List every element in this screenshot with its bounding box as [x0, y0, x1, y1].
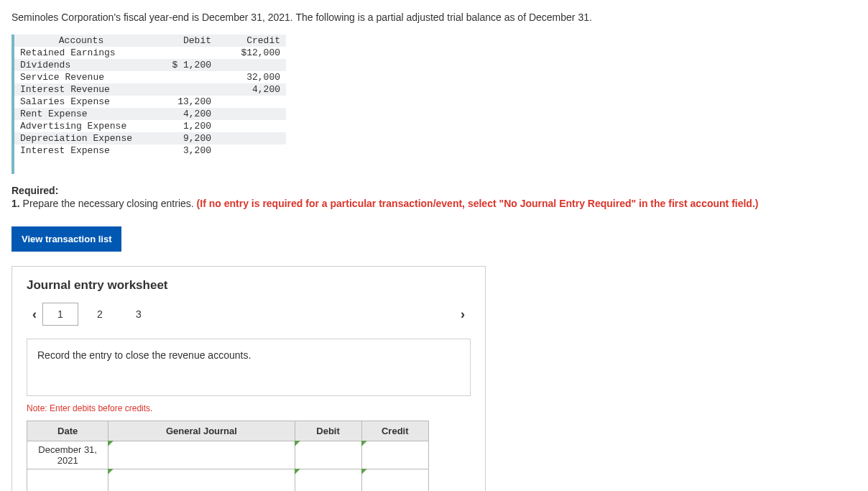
account-cell: Interest Expense [14, 144, 148, 157]
date-cell[interactable]: December 31, 2021 [27, 441, 108, 469]
general-journal-cell[interactable] [108, 441, 295, 469]
general-journal-cell[interactable] [108, 469, 295, 492]
col-accounts: Accounts [14, 35, 148, 47]
instruction-box: Record the entry to close the revenue ac… [27, 339, 471, 396]
credit-cell [217, 59, 286, 71]
credit-cell: $12,000 [217, 47, 286, 59]
table-row: Salaries Expense 13,200 [14, 96, 286, 108]
required-red: (If no entry is required for a particula… [197, 198, 759, 209]
table-header-row: Accounts Debit Credit [14, 35, 286, 47]
credit-cell [217, 108, 286, 120]
col-general-journal: General Journal [108, 421, 295, 441]
col-debit: Debit [148, 35, 217, 47]
dropdown-indicator-icon [361, 441, 367, 446]
table-row: Rent Expense 4,200 [14, 108, 286, 120]
tab-3[interactable]: 3 [121, 303, 156, 325]
dropdown-indicator-icon [295, 441, 300, 446]
account-cell: Retained Earnings [14, 47, 148, 59]
trial-balance-container: Accounts Debit Credit Retained Earnings … [11, 35, 286, 174]
required-heading: Required: [11, 185, 857, 196]
credit-cell [217, 144, 286, 157]
dropdown-indicator-icon [295, 469, 300, 474]
credit-cell[interactable] [361, 441, 428, 469]
debit-cell: 3,200 [148, 144, 217, 157]
required-block: Required: 1. Prepare the necessary closi… [11, 185, 857, 209]
account-cell: Rent Expense [14, 108, 148, 120]
tab-1[interactable]: 1 [42, 303, 78, 326]
credit-cell [217, 120, 286, 132]
credit-cell: 32,000 [217, 71, 286, 83]
entry-row: December 31, 2021 [27, 441, 429, 469]
dropdown-indicator-icon [361, 469, 367, 474]
debit-cell [148, 71, 217, 83]
debit-cell [148, 83, 217, 96]
debit-cell [148, 47, 217, 59]
debit-cell: $ 1,200 [148, 59, 217, 71]
trial-balance-table: Accounts Debit Credit Retained Earnings … [14, 35, 286, 157]
intro-text: Seminoles Corporation's fiscal year-end … [11, 12, 857, 23]
account-cell: Dividends [14, 59, 148, 71]
debit-cell: 1,200 [148, 120, 217, 132]
col-date: Date [27, 421, 108, 441]
worksheet-title: Journal entry worksheet [27, 278, 471, 293]
credit-cell: 4,200 [217, 83, 286, 96]
table-row: Advertising Expense 1,200 [14, 120, 286, 132]
table-row: Depreciation Expense 9,200 [14, 132, 286, 144]
account-cell: Interest Revenue [14, 83, 148, 96]
credit-cell [217, 132, 286, 144]
table-row: Interest Expense 3,200 [14, 144, 286, 157]
note-text: Note: Enter debits before credits. [27, 403, 471, 413]
entry-row [27, 469, 429, 492]
view-transaction-list-button[interactable]: View transaction list [11, 226, 121, 252]
prev-arrow-icon[interactable]: ‹ [27, 307, 42, 322]
journal-worksheet: Journal entry worksheet ‹ 1 2 3 › Record… [11, 266, 486, 491]
entry-header-row: Date General Journal Debit Credit [27, 421, 429, 441]
table-row: Retained Earnings $12,000 [14, 47, 286, 59]
debit-cell[interactable] [295, 469, 361, 492]
account-cell: Salaries Expense [14, 96, 148, 108]
dropdown-indicator-icon [108, 441, 114, 446]
debit-cell[interactable] [295, 441, 361, 469]
col-debit: Debit [295, 421, 361, 441]
next-arrow-icon[interactable]: › [455, 307, 471, 322]
table-row: Dividends $ 1,200 [14, 59, 286, 71]
col-credit: Credit [361, 421, 428, 441]
table-row: Service Revenue 32,000 [14, 71, 286, 83]
date-cell[interactable] [27, 469, 108, 492]
credit-cell [217, 96, 286, 108]
required-text: Prepare the necessary closing entries. [20, 198, 197, 209]
debit-cell: 4,200 [148, 108, 217, 120]
instruction-text: Record the entry to close the revenue ac… [37, 349, 251, 361]
table-row: Interest Revenue 4,200 [14, 83, 286, 96]
tabs-row: ‹ 1 2 3 › [27, 303, 471, 326]
tab-2[interactable]: 2 [83, 303, 117, 325]
required-line: 1. Prepare the necessary closing entries… [11, 198, 857, 209]
debit-cell: 13,200 [148, 96, 217, 108]
dropdown-indicator-icon [108, 469, 114, 474]
journal-entry-table: Date General Journal Debit Credit Decemb… [27, 421, 429, 491]
required-num: 1. [11, 198, 20, 209]
account-cell: Advertising Expense [14, 120, 148, 132]
debit-cell: 9,200 [148, 132, 217, 144]
credit-cell[interactable] [361, 469, 428, 492]
col-credit: Credit [217, 35, 286, 47]
account-cell: Depreciation Expense [14, 132, 148, 144]
account-cell: Service Revenue [14, 71, 148, 83]
